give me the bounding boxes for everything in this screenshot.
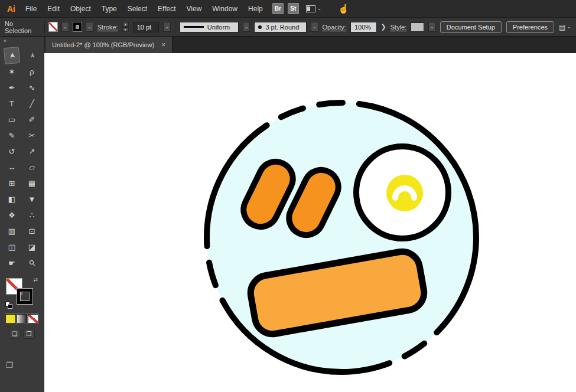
draw-behind-button[interactable]: ❐ bbox=[23, 329, 35, 339]
draw-normal-button[interactable]: ❏ bbox=[9, 329, 21, 339]
tools-panel: « ➤ ➢ ✶ ρ ✒ ∿ T ╱ ▭ ✐ ✎ ✂ ↺ ↗ ↔ ▱ ⊞ ▦ ◧ … bbox=[0, 37, 44, 392]
rectangle-tool[interactable]: ▭ bbox=[4, 112, 19, 126]
face-circle-shape[interactable] bbox=[207, 103, 476, 372]
style-panel-link[interactable]: Style: bbox=[390, 24, 407, 31]
none-button[interactable] bbox=[28, 315, 38, 323]
column-graph-tool[interactable]: ▥ bbox=[4, 224, 19, 238]
stroke-color-swatch[interactable] bbox=[73, 22, 82, 31]
zoom-tool[interactable]: ⚲ bbox=[21, 252, 42, 273]
gradient-button[interactable] bbox=[17, 315, 27, 323]
selection-tool[interactable]: ➤ bbox=[4, 47, 19, 64]
width-profile-dropdown[interactable]: ⌄ bbox=[243, 22, 250, 32]
mesh-tool[interactable]: ▦ bbox=[24, 176, 40, 190]
control-bar: No Selection ⌄ ⌄ Stroke: ▲ ▼ 10 pt ⌄ Uni… bbox=[0, 18, 576, 37]
stroke-indicator[interactable] bbox=[17, 289, 32, 304]
menu-type[interactable]: Type bbox=[96, 2, 122, 15]
artwork-svg bbox=[44, 53, 576, 392]
type-tool[interactable]: T bbox=[4, 96, 19, 110]
menu-view[interactable]: View bbox=[181, 2, 207, 15]
slice-tool[interactable]: ◫ bbox=[4, 240, 19, 254]
brush-definition-combo[interactable]: 3 pt. Round bbox=[254, 22, 307, 32]
change-screen-mode-button[interactable]: ❐ bbox=[5, 359, 22, 371]
scissors-tool[interactable]: ✂ bbox=[24, 128, 40, 142]
separator bbox=[44, 21, 45, 33]
illustrator-logo: Ai bbox=[4, 3, 20, 15]
scale-tool[interactable]: ↗ bbox=[24, 144, 40, 158]
free-transform-tool[interactable]: ▱ bbox=[24, 160, 40, 174]
menu-help[interactable]: Help bbox=[243, 2, 268, 15]
separator bbox=[175, 21, 175, 33]
bridge-button[interactable]: Br bbox=[272, 3, 284, 14]
paintbrush-tool[interactable]: ✐ bbox=[24, 112, 40, 126]
graphic-style-dropdown[interactable]: ⌄ bbox=[428, 22, 436, 32]
width-profile-combo[interactable]: Uniform bbox=[180, 22, 239, 32]
egg-yolk-shape[interactable] bbox=[386, 175, 423, 211]
artboard-tool[interactable]: ⊡ bbox=[24, 224, 40, 238]
brush-definition-value: 3 pt. Round bbox=[265, 24, 299, 31]
pen-tool[interactable]: ✒ bbox=[4, 80, 19, 94]
selection-status: No Selection bbox=[5, 20, 40, 34]
opacity-field[interactable]: 100% bbox=[350, 22, 377, 32]
brush-definition-dropdown[interactable]: ⌄ bbox=[311, 22, 318, 32]
fill-color-swatch[interactable] bbox=[49, 22, 57, 31]
stock-button[interactable]: St bbox=[288, 3, 299, 14]
close-tab-icon[interactable]: × bbox=[161, 41, 165, 49]
magic-wand-tool[interactable]: ✶ bbox=[4, 64, 19, 79]
opacity-flyout-icon[interactable]: ❯ bbox=[381, 23, 386, 31]
opacity-panel-link[interactable]: Opacity: bbox=[323, 24, 346, 31]
stroke-color-dropdown[interactable]: ⌄ bbox=[86, 22, 93, 32]
menu-object[interactable]: Object bbox=[65, 2, 96, 15]
align-options-button[interactable]: ▤ ⌄ bbox=[559, 23, 571, 31]
preferences-button[interactable]: Preferences bbox=[506, 21, 554, 33]
pencil-tool[interactable]: ✎ bbox=[4, 128, 19, 142]
symbol-sprayer-tool[interactable]: ∴ bbox=[24, 208, 40, 222]
arrange-documents-icon bbox=[306, 5, 315, 12]
chevron-down-icon: ⌄ bbox=[87, 25, 92, 30]
arrange-documents-button[interactable]: ⌄ bbox=[306, 5, 322, 12]
default-stroke-square bbox=[8, 304, 12, 309]
align-options-icon: ▤ bbox=[559, 23, 565, 31]
fill-color-dropdown[interactable]: ⌄ bbox=[61, 22, 69, 32]
perspective-grid-tool[interactable]: ⊞ bbox=[4, 176, 19, 190]
color-button[interactable] bbox=[6, 315, 15, 323]
stepper-up-icon[interactable]: ▲ bbox=[122, 22, 129, 27]
eraser-tool[interactable]: ◪ bbox=[24, 240, 40, 254]
curvature-tool[interactable]: ∿ bbox=[24, 80, 40, 94]
menu-window[interactable]: Window bbox=[207, 2, 243, 15]
document-setup-button[interactable]: Document Setup bbox=[440, 21, 502, 33]
stroke-weight-field[interactable]: 10 pt bbox=[133, 22, 160, 32]
chevron-down-icon: ⌄ bbox=[317, 6, 322, 11]
line-segment-tool[interactable]: ╱ bbox=[24, 96, 40, 110]
collapse-dock-icon: « bbox=[4, 38, 6, 44]
stroke-panel-link[interactable]: Stroke: bbox=[97, 24, 118, 31]
width-profile-value: Uniform bbox=[207, 24, 230, 31]
lasso-tool[interactable]: ρ bbox=[24, 64, 40, 79]
document-tab[interactable]: Untitled-2* @ 100% (RGB/Preview) × bbox=[45, 37, 173, 53]
hand-tool[interactable]: ☛ bbox=[4, 256, 19, 270]
stroke-weight-dropdown[interactable]: ⌄ bbox=[163, 22, 171, 32]
chevron-down-icon: ⌄ bbox=[63, 25, 67, 30]
document-tab-bar: Untitled-2* @ 100% (RGB/Preview) × bbox=[44, 37, 576, 53]
width-profile-icon bbox=[184, 26, 204, 28]
menu-select[interactable]: Select bbox=[122, 2, 152, 15]
stroke-weight-stepper[interactable]: ▲ ▼ bbox=[122, 22, 129, 32]
gradient-tool[interactable]: ◧ bbox=[4, 192, 19, 206]
stepper-down-icon[interactable]: ▼ bbox=[122, 27, 129, 32]
width-tool[interactable]: ↔ bbox=[4, 160, 19, 174]
direct-selection-tool[interactable]: ➢ bbox=[24, 47, 40, 64]
drawing-modes-row: ❏ ❐ bbox=[9, 329, 35, 339]
brush-thumbnail-icon bbox=[258, 25, 262, 29]
blend-tool[interactable]: ❖ bbox=[4, 208, 19, 222]
artboard-canvas[interactable] bbox=[44, 53, 576, 392]
rotate-tool[interactable]: ↺ bbox=[4, 144, 19, 158]
menu-effect[interactable]: Effect bbox=[152, 2, 181, 15]
eyedropper-tool[interactable]: ▼ bbox=[24, 192, 40, 206]
swap-fill-stroke-icon[interactable]: ⇄ bbox=[33, 277, 38, 283]
menu-file[interactable]: File bbox=[20, 2, 42, 15]
graphic-style-swatch[interactable] bbox=[411, 22, 424, 32]
touch-gesture-icon[interactable]: ☝ bbox=[338, 4, 349, 14]
menu-edit[interactable]: Edit bbox=[42, 2, 65, 15]
collapse-dock-button[interactable]: « bbox=[0, 37, 44, 46]
default-fill-stroke-icon[interactable] bbox=[5, 302, 12, 309]
chevron-down-icon: ⌄ bbox=[165, 25, 169, 30]
